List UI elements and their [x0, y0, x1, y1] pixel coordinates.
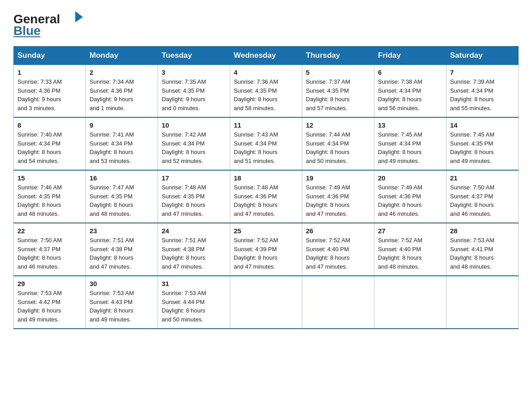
- day-number: 11: [234, 121, 298, 129]
- calendar-cell: [446, 276, 519, 329]
- day-info: Sunrise: 7:51 AMSunset: 4:38 PMDaylight:…: [90, 236, 154, 271]
- calendar-cell: [230, 276, 302, 329]
- calendar-cell: 26 Sunrise: 7:52 AMSunset: 4:40 PMDaylig…: [302, 223, 374, 276]
- calendar-cell: 2 Sunrise: 7:34 AMSunset: 4:36 PMDayligh…: [86, 65, 158, 118]
- calendar-cell: 10 Sunrise: 7:42 AMSunset: 4:34 PMDaylig…: [158, 117, 230, 170]
- calendar-cell: 28 Sunrise: 7:53 AMSunset: 4:41 PMDaylig…: [446, 223, 519, 276]
- day-info: Sunrise: 7:35 AMSunset: 4:35 PMDaylight:…: [162, 77, 226, 112]
- day-number: 15: [17, 174, 82, 182]
- day-info: Sunrise: 7:42 AMSunset: 4:34 PMDaylight:…: [162, 130, 226, 165]
- day-number: 2: [90, 68, 154, 76]
- day-info: Sunrise: 7:45 AMSunset: 4:34 PMDaylight:…: [378, 130, 442, 165]
- calendar-table: SundayMondayTuesdayWednesdayThursdayFrid…: [13, 46, 519, 329]
- day-info: Sunrise: 7:44 AMSunset: 4:34 PMDaylight:…: [306, 130, 370, 165]
- day-number: 9: [90, 121, 154, 129]
- day-info: Sunrise: 7:53 AMSunset: 4:41 PMDaylight:…: [450, 236, 515, 271]
- calendar-cell: 20 Sunrise: 7:49 AMSunset: 4:36 PMDaylig…: [374, 170, 446, 223]
- calendar-cell: 16 Sunrise: 7:47 AMSunset: 4:35 PMDaylig…: [86, 170, 158, 223]
- logo: General Blue: [13, 9, 85, 38]
- day-info: Sunrise: 7:50 AMSunset: 4:37 PMDaylight:…: [17, 236, 82, 271]
- calendar-week-2: 8 Sunrise: 7:40 AMSunset: 4:34 PMDayligh…: [14, 117, 519, 170]
- day-header-monday: Monday: [86, 47, 158, 65]
- calendar-cell: [302, 276, 374, 329]
- day-info: Sunrise: 7:49 AMSunset: 4:36 PMDaylight:…: [306, 183, 370, 218]
- day-number: 10: [162, 121, 226, 129]
- day-info: Sunrise: 7:38 AMSunset: 4:34 PMDaylight:…: [378, 77, 442, 112]
- day-info: Sunrise: 7:43 AMSunset: 4:34 PMDaylight:…: [234, 130, 298, 165]
- day-header-wednesday: Wednesday: [230, 47, 302, 65]
- calendar-cell: 29 Sunrise: 7:53 AMSunset: 4:42 PMDaylig…: [14, 276, 86, 329]
- day-number: 19: [306, 174, 370, 182]
- day-number: 29: [17, 280, 82, 287]
- calendar-cell: 24 Sunrise: 7:51 AMSunset: 4:38 PMDaylig…: [158, 223, 230, 276]
- day-number: 25: [234, 227, 298, 235]
- calendar-cell: 30 Sunrise: 7:53 AMSunset: 4:43 PMDaylig…: [86, 276, 158, 329]
- day-number: 4: [234, 68, 298, 76]
- calendar-week-3: 15 Sunrise: 7:46 AMSunset: 4:35 PMDaylig…: [14, 170, 519, 223]
- calendar-cell: 6 Sunrise: 7:38 AMSunset: 4:34 PMDayligh…: [374, 65, 446, 118]
- svg-marker-1: [75, 11, 83, 22]
- calendar-cell: 1 Sunrise: 7:33 AMSunset: 4:36 PMDayligh…: [14, 65, 86, 118]
- day-number: 12: [306, 121, 370, 129]
- day-number: 24: [162, 227, 226, 235]
- calendar-week-4: 22 Sunrise: 7:50 AMSunset: 4:37 PMDaylig…: [14, 223, 519, 276]
- day-number: 3: [162, 68, 226, 76]
- day-info: Sunrise: 7:53 AMSunset: 4:44 PMDaylight:…: [162, 289, 226, 324]
- page-header: General Blue: [13, 9, 519, 38]
- calendar-cell: 25 Sunrise: 7:52 AMSunset: 4:39 PMDaylig…: [230, 223, 302, 276]
- day-header-saturday: Saturday: [446, 47, 519, 65]
- calendar-cell: 18 Sunrise: 7:48 AMSunset: 4:36 PMDaylig…: [230, 170, 302, 223]
- day-number: 13: [378, 121, 442, 129]
- calendar-cell: 12 Sunrise: 7:44 AMSunset: 4:34 PMDaylig…: [302, 117, 374, 170]
- day-number: 20: [378, 174, 442, 182]
- calendar-cell: [374, 276, 446, 329]
- day-info: Sunrise: 7:52 AMSunset: 4:40 PMDaylight:…: [378, 236, 442, 271]
- calendar-cell: 19 Sunrise: 7:49 AMSunset: 4:36 PMDaylig…: [302, 170, 374, 223]
- day-number: 21: [450, 174, 515, 182]
- day-info: Sunrise: 7:37 AMSunset: 4:35 PMDaylight:…: [306, 77, 370, 112]
- calendar-cell: 5 Sunrise: 7:37 AMSunset: 4:35 PMDayligh…: [302, 65, 374, 118]
- calendar-cell: 27 Sunrise: 7:52 AMSunset: 4:40 PMDaylig…: [374, 223, 446, 276]
- day-info: Sunrise: 7:49 AMSunset: 4:36 PMDaylight:…: [378, 183, 442, 218]
- day-number: 7: [450, 68, 515, 76]
- day-info: Sunrise: 7:41 AMSunset: 4:34 PMDaylight:…: [90, 130, 154, 165]
- day-info: Sunrise: 7:53 AMSunset: 4:43 PMDaylight:…: [90, 289, 154, 324]
- calendar-header-row: SundayMondayTuesdayWednesdayThursdayFrid…: [14, 47, 519, 65]
- day-number: 23: [90, 227, 154, 235]
- day-info: Sunrise: 7:39 AMSunset: 4:34 PMDaylight:…: [450, 77, 515, 112]
- calendar-cell: 9 Sunrise: 7:41 AMSunset: 4:34 PMDayligh…: [86, 117, 158, 170]
- calendar-cell: 22 Sunrise: 7:50 AMSunset: 4:37 PMDaylig…: [14, 223, 86, 276]
- day-number: 16: [90, 174, 154, 182]
- calendar-cell: 17 Sunrise: 7:48 AMSunset: 4:35 PMDaylig…: [158, 170, 230, 223]
- day-info: Sunrise: 7:40 AMSunset: 4:34 PMDaylight:…: [17, 130, 82, 165]
- day-number: 31: [162, 280, 226, 287]
- day-number: 30: [90, 280, 154, 287]
- day-info: Sunrise: 7:53 AMSunset: 4:42 PMDaylight:…: [17, 289, 82, 324]
- calendar-cell: 13 Sunrise: 7:45 AMSunset: 4:34 PMDaylig…: [374, 117, 446, 170]
- day-number: 8: [17, 121, 82, 129]
- day-info: Sunrise: 7:36 AMSunset: 4:35 PMDaylight:…: [234, 77, 298, 112]
- day-info: Sunrise: 7:51 AMSunset: 4:38 PMDaylight:…: [162, 236, 226, 271]
- svg-text:Blue: Blue: [13, 24, 41, 38]
- day-info: Sunrise: 7:52 AMSunset: 4:39 PMDaylight:…: [234, 236, 298, 271]
- day-header-sunday: Sunday: [14, 47, 86, 65]
- day-number: 1: [17, 68, 82, 76]
- logo-svg: General Blue: [13, 9, 85, 38]
- day-number: 18: [234, 174, 298, 182]
- calendar-cell: 11 Sunrise: 7:43 AMSunset: 4:34 PMDaylig…: [230, 117, 302, 170]
- day-header-tuesday: Tuesday: [158, 47, 230, 65]
- day-info: Sunrise: 7:48 AMSunset: 4:35 PMDaylight:…: [162, 183, 226, 218]
- day-number: 28: [450, 227, 515, 235]
- calendar-cell: 21 Sunrise: 7:50 AMSunset: 4:37 PMDaylig…: [446, 170, 519, 223]
- calendar-cell: 23 Sunrise: 7:51 AMSunset: 4:38 PMDaylig…: [86, 223, 158, 276]
- day-header-thursday: Thursday: [302, 47, 374, 65]
- calendar-cell: 15 Sunrise: 7:46 AMSunset: 4:35 PMDaylig…: [14, 170, 86, 223]
- day-info: Sunrise: 7:52 AMSunset: 4:40 PMDaylight:…: [306, 236, 370, 271]
- day-number: 5: [306, 68, 370, 76]
- calendar-cell: 14 Sunrise: 7:45 AMSunset: 4:35 PMDaylig…: [446, 117, 519, 170]
- day-info: Sunrise: 7:46 AMSunset: 4:35 PMDaylight:…: [17, 183, 82, 218]
- day-info: Sunrise: 7:33 AMSunset: 4:36 PMDaylight:…: [17, 77, 82, 112]
- day-info: Sunrise: 7:34 AMSunset: 4:36 PMDaylight:…: [90, 77, 154, 112]
- day-number: 22: [17, 227, 82, 235]
- calendar-cell: 4 Sunrise: 7:36 AMSunset: 4:35 PMDayligh…: [230, 65, 302, 118]
